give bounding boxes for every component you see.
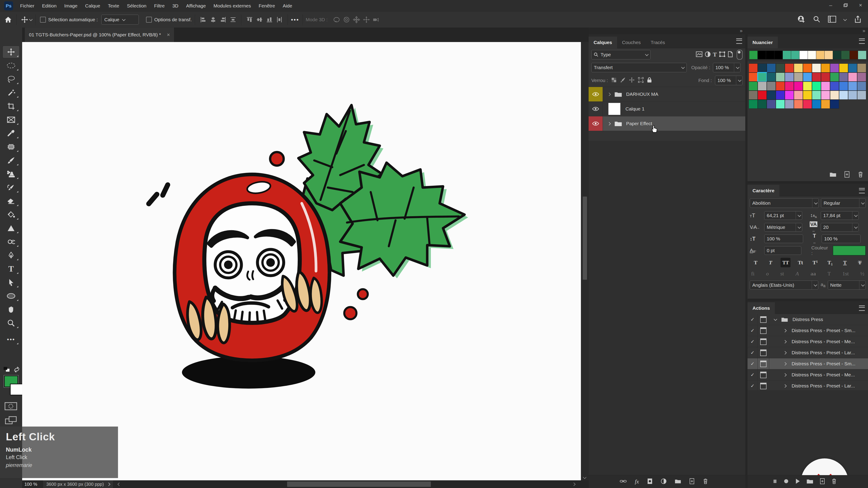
- close-button[interactable]: ×: [853, 0, 868, 10]
- workspace-chevron[interactable]: [843, 18, 847, 21]
- filter-toggle[interactable]: [737, 50, 743, 60]
- swatches-menu-icon[interactable]: [859, 38, 865, 44]
- vertical-scrollbar-thumb[interactable]: [583, 197, 587, 280]
- auto-select-checkbox[interactable]: [40, 17, 46, 23]
- delete-layer-icon[interactable]: [703, 478, 708, 486]
- swatch[interactable]: [848, 82, 857, 90]
- recent-swatch[interactable]: [766, 51, 774, 59]
- menu-item-3d[interactable]: 3D: [168, 3, 182, 8]
- layer-effects-icon[interactable]: fx: [635, 479, 639, 485]
- action-expand-icon[interactable]: [783, 340, 787, 344]
- align-center-stack-icon[interactable]: [228, 15, 238, 25]
- tab-nuancier[interactable]: Nuancier: [747, 37, 778, 48]
- new-swatch-icon[interactable]: [844, 171, 850, 179]
- ornaments-button[interactable]: T: [828, 271, 831, 277]
- horizontal-scale-field[interactable]: 100 %: [822, 234, 861, 243]
- layer-row-paper-effect[interactable]: Paper Effect: [589, 116, 745, 131]
- marquee-tool[interactable]: [2, 59, 20, 72]
- swatch[interactable]: [785, 100, 794, 108]
- menu-item-affichage[interactable]: Affichage: [182, 3, 210, 8]
- strikethrough-button[interactable]: T: [855, 258, 865, 267]
- layer-filter-dropdown[interactable]: Type: [591, 50, 651, 59]
- visibility-eye-icon[interactable]: [589, 87, 603, 101]
- align-left-icon[interactable]: [198, 15, 208, 25]
- swatch[interactable]: [857, 82, 866, 90]
- type-tool[interactable]: T: [2, 263, 20, 275]
- text-color-swatch[interactable]: [833, 246, 866, 256]
- action-expand-icon[interactable]: [783, 351, 787, 355]
- align-center-h-icon[interactable]: [208, 15, 218, 25]
- opacity-field[interactable]: 100 %: [713, 63, 741, 72]
- small-caps-button[interactable]: Tt: [796, 258, 805, 267]
- record-icon[interactable]: [783, 479, 789, 485]
- tab-couches[interactable]: Couches: [617, 37, 646, 48]
- swatch[interactable]: [821, 82, 830, 90]
- swatch[interactable]: [848, 91, 857, 99]
- font-size-field[interactable]: 64,21 pt: [764, 211, 802, 220]
- swatch[interactable]: [758, 100, 767, 108]
- swatch-group-icon[interactable]: [830, 172, 836, 178]
- layers-menu-icon[interactable]: [736, 38, 742, 44]
- document-info[interactable]: 3600 px x 3600 px (300 ppp): [43, 480, 113, 488]
- dialog-toggle-icon[interactable]: [760, 316, 767, 323]
- recent-swatch[interactable]: [774, 51, 782, 59]
- eyedropper-tool[interactable]: [2, 127, 20, 140]
- font-family-dropdown[interactable]: Abolition: [750, 198, 819, 208]
- tool-preset-chevron[interactable]: [29, 18, 33, 21]
- tab-traces[interactable]: Tracés: [646, 37, 670, 48]
- crop-tool[interactable]: [2, 100, 20, 112]
- swatch[interactable]: [767, 64, 776, 72]
- clone-stamp-tool[interactable]: [2, 168, 20, 180]
- ellipse-shape-tool[interactable]: [2, 290, 20, 302]
- swatch[interactable]: [812, 91, 821, 99]
- recent-swatch[interactable]: [791, 51, 799, 59]
- sharpen-tool[interactable]: [2, 222, 20, 234]
- delete-action-icon[interactable]: [831, 478, 837, 486]
- menu-item-image[interactable]: Image: [60, 3, 81, 8]
- recent-swatch[interactable]: [816, 51, 825, 59]
- baseline-shift-field[interactable]: 0 pt: [764, 246, 801, 255]
- swatch[interactable]: [821, 91, 830, 99]
- swatch[interactable]: [785, 91, 794, 99]
- swatch[interactable]: [803, 82, 812, 90]
- swatch[interactable]: [758, 82, 767, 90]
- add-user-icon[interactable]: [797, 15, 805, 24]
- new-action-icon[interactable]: [819, 478, 825, 486]
- recent-swatch[interactable]: [800, 51, 808, 59]
- share-icon[interactable]: [854, 15, 862, 24]
- layer-row-darhoux[interactable]: DARHOUX MA: [589, 87, 745, 102]
- path-select-tool[interactable]: [2, 276, 20, 289]
- filter-smart-objects-icon[interactable]: [727, 51, 733, 59]
- add-mask-icon[interactable]: [647, 478, 653, 486]
- lock-artboard-icon[interactable]: [638, 77, 644, 84]
- vertical-scrollbar[interactable]: [581, 42, 589, 480]
- frame-tool[interactable]: [2, 113, 20, 126]
- action-expand-icon[interactable]: [783, 384, 787, 388]
- lock-transparency-icon[interactable]: [611, 77, 617, 84]
- minimize-button[interactable]: –: [823, 0, 838, 10]
- recent-swatch[interactable]: [850, 51, 858, 59]
- paint-bucket-tool[interactable]: [2, 208, 20, 221]
- action-expand-icon[interactable]: [783, 329, 787, 332]
- action-row-selected[interactable]: ✓ Distress Press - Preset - Sm...: [747, 358, 868, 369]
- layer-row-calque1[interactable]: Calque 1: [589, 102, 745, 116]
- scroll-right-icon[interactable]: [572, 482, 576, 486]
- menu-item-sélection[interactable]: Sélection: [123, 3, 150, 8]
- align-top-icon[interactable]: [245, 15, 254, 25]
- auto-select-dropdown[interactable]: Calque: [101, 15, 139, 25]
- swatch[interactable]: [830, 82, 839, 90]
- swatch[interactable]: [758, 73, 767, 81]
- group-expand-icon[interactable]: [608, 122, 611, 125]
- swatch[interactable]: [848, 73, 857, 81]
- lasso-tool[interactable]: [2, 73, 20, 86]
- search-icon[interactable]: [813, 15, 820, 24]
- swatch[interactable]: [803, 64, 812, 72]
- home-icon[interactable]: [3, 15, 13, 25]
- ordinals-button[interactable]: 1st: [842, 271, 849, 277]
- swatch[interactable]: [803, 100, 812, 108]
- swatch[interactable]: [839, 91, 848, 99]
- swatch[interactable]: [839, 82, 848, 90]
- canvas[interactable]: [22, 42, 581, 480]
- lock-position-icon[interactable]: [629, 77, 635, 84]
- edit-toolbar-icon[interactable]: •••: [2, 333, 20, 346]
